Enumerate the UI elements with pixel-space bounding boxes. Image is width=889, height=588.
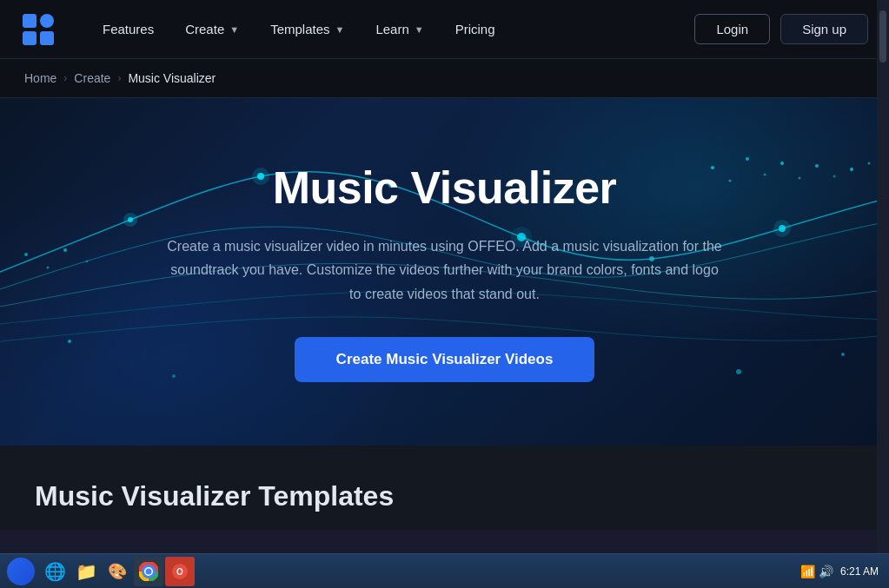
- breadcrumb-current: Music Visualizer: [128, 71, 216, 85]
- svg-rect-2: [23, 31, 36, 45]
- svg-point-15: [773, 220, 791, 237]
- nav-links: Features Create ▼ Templates ▼ Learn ▼ Pr…: [90, 15, 694, 43]
- svg-point-14: [779, 225, 786, 232]
- create-chevron-icon: ▼: [229, 24, 239, 35]
- svg-point-16: [68, 340, 71, 343]
- nav-templates-label: Templates: [270, 22, 329, 36]
- svg-point-33: [24, 253, 28, 256]
- nav-learn[interactable]: Learn ▼: [363, 15, 435, 43]
- svg-point-7: [123, 213, 137, 227]
- svg-point-26: [764, 174, 766, 176]
- logo-icon: [21, 12, 56, 47]
- scrollbar-thumb[interactable]: [879, 10, 886, 63]
- svg-rect-0: [23, 14, 36, 28]
- svg-rect-1: [40, 14, 54, 28]
- nav-create-label: Create: [185, 22, 224, 36]
- svg-point-36: [86, 261, 89, 263]
- nav-features[interactable]: Features: [90, 15, 166, 43]
- hero-description: Create a music visualizer video in minut…: [167, 235, 723, 306]
- nav-templates[interactable]: Templates ▼: [258, 15, 356, 43]
- create-cta-button[interactable]: Create Music Visualizer Videos: [295, 337, 595, 382]
- nav-pricing-label: Pricing: [455, 22, 495, 36]
- svg-point-27: [780, 162, 784, 165]
- svg-point-28: [799, 177, 801, 180]
- svg-point-34: [47, 267, 50, 269]
- hero-title: Music Visualizer: [167, 162, 723, 214]
- hero-content: Music Visualizer Create a music visualiz…: [167, 162, 723, 382]
- breadcrumb-sep-2: ›: [117, 72, 121, 84]
- svg-point-32: [868, 162, 871, 165]
- hero-section: Music Visualizer Create a music visualiz…: [0, 98, 889, 446]
- section-title: Music Visualizer Templates: [35, 480, 854, 512]
- svg-point-31: [850, 168, 853, 171]
- logo[interactable]: [21, 12, 56, 47]
- scrollbar[interactable]: [877, 0, 889, 530]
- login-button[interactable]: Login: [694, 14, 770, 44]
- nav-learn-label: Learn: [375, 22, 408, 36]
- svg-point-35: [63, 248, 67, 252]
- nav-create[interactable]: Create ▼: [173, 15, 251, 43]
- breadcrumb-sep-1: ›: [63, 72, 67, 84]
- svg-point-22: [841, 353, 845, 356]
- nav-features-label: Features: [103, 22, 154, 36]
- bottom-section: Music Visualizer Templates: [0, 446, 889, 530]
- navbar: Features Create ▼ Templates ▼ Learn ▼ Pr…: [0, 0, 889, 59]
- svg-point-6: [128, 217, 133, 222]
- svg-point-29: [815, 164, 819, 168]
- signup-button[interactable]: Sign up: [780, 14, 868, 44]
- breadcrumb: Home › Create › Music Visualizer: [0, 59, 889, 98]
- svg-point-30: [833, 175, 836, 178]
- nav-actions: Login Sign up: [694, 14, 868, 44]
- learn-chevron-icon: ▼: [415, 24, 424, 35]
- templates-chevron-icon: ▼: [335, 24, 345, 35]
- svg-point-24: [729, 180, 732, 182]
- svg-point-25: [746, 157, 749, 161]
- breadcrumb-create[interactable]: Create: [74, 71, 110, 85]
- svg-rect-3: [40, 31, 54, 45]
- breadcrumb-home[interactable]: Home: [24, 71, 56, 85]
- svg-point-21: [736, 369, 741, 374]
- nav-pricing[interactable]: Pricing: [443, 15, 508, 43]
